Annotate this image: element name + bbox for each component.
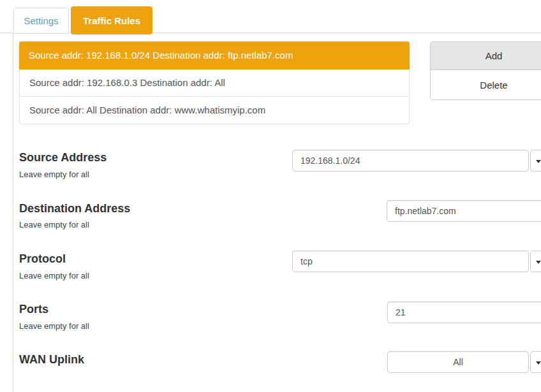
delete-button[interactable]: Delete xyxy=(431,70,541,99)
source-address-hint: Leave empty for all xyxy=(19,170,89,179)
tab-traffic-rules[interactable]: Traffic Rules xyxy=(71,6,152,34)
destination-address-input[interactable] xyxy=(387,200,541,222)
rule-actions-group: Add Delete xyxy=(430,41,541,100)
protocol-dropdown-button[interactable] xyxy=(530,250,541,272)
traffic-rules-page: Settings Traffic Rules Source addr: 192.… xyxy=(0,0,541,392)
rule-list: Source addr: 192.168.1.0/24 Destination … xyxy=(19,41,410,124)
destination-address-hint: Leave empty for all xyxy=(19,220,89,229)
ports-input[interactable] xyxy=(387,301,541,323)
protocol-input[interactable] xyxy=(292,250,529,272)
wan-uplink-label: WAN Uplink xyxy=(19,353,84,367)
chevron-down-icon xyxy=(536,261,541,264)
rule-row-selected[interactable]: Source addr: 192.168.1.0/24 Destination … xyxy=(19,41,410,69)
wan-uplink-select[interactable] xyxy=(387,351,529,373)
panel-left-border xyxy=(13,33,13,392)
add-button[interactable]: Add xyxy=(431,42,541,70)
destination-address-label: Destination Address xyxy=(19,202,130,215)
ports-label: Ports xyxy=(19,303,48,316)
chevron-down-icon xyxy=(536,361,541,365)
wan-uplink-dropdown-button[interactable] xyxy=(530,351,541,373)
source-address-input[interactable] xyxy=(292,150,529,171)
ports-hint: Leave empty for all xyxy=(19,321,89,331)
protocol-label: Protocol xyxy=(19,252,66,266)
source-address-label: Source Address xyxy=(19,151,107,164)
tab-settings[interactable]: Settings xyxy=(13,8,69,34)
protocol-hint: Leave empty for all xyxy=(19,271,89,280)
rule-row[interactable]: Source addr: 192.168.0.3 Destination add… xyxy=(20,69,409,96)
chevron-down-icon xyxy=(536,160,541,163)
source-address-dropdown-button[interactable] xyxy=(530,150,541,171)
rule-row[interactable]: Source addr: All Destination addr: www.w… xyxy=(20,96,409,124)
